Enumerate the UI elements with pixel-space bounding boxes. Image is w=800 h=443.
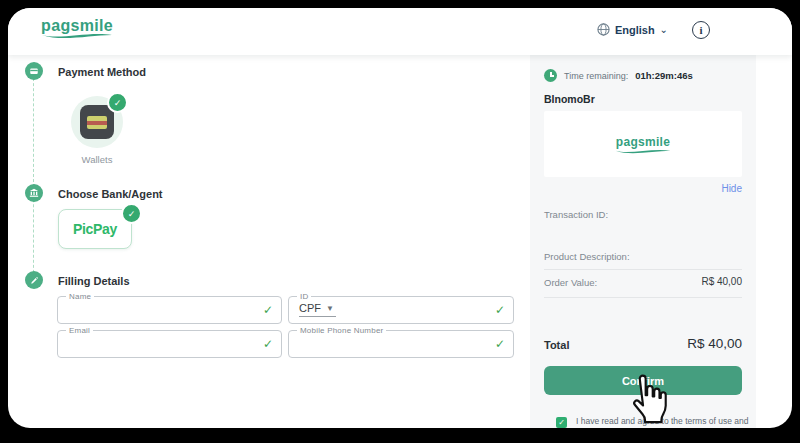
- divider: [544, 269, 742, 270]
- step3-indicator: [25, 271, 43, 289]
- payment-method-wallets[interactable]: ✓ Wallets: [71, 96, 123, 165]
- language-selector[interactable]: English ⌄: [597, 23, 668, 36]
- mobile-phone-input[interactable]: [297, 333, 491, 355]
- order-value-label: Order Value:: [544, 277, 597, 288]
- globe-icon: [597, 23, 610, 36]
- wallets-label: Wallets: [71, 154, 123, 165]
- info-button[interactable]: i: [692, 21, 710, 39]
- chevron-down-icon: ⌄: [660, 26, 668, 34]
- clock-icon: [544, 69, 557, 82]
- info-icon: i: [699, 24, 702, 36]
- pencil-icon: [30, 276, 39, 285]
- check-icon: ✓: [121, 203, 142, 224]
- step1-indicator: [25, 62, 43, 80]
- step3-label: Filling Details: [58, 275, 130, 287]
- bank-agent-picpay[interactable]: PicPay ✓: [58, 209, 132, 249]
- email-field: Email ✓: [57, 330, 282, 358]
- pagsmile-logo-small: pagsmile: [614, 134, 672, 155]
- valid-check-icon: ✓: [495, 337, 505, 351]
- step2-indicator: [25, 184, 43, 202]
- logo-swoosh: [40, 32, 114, 40]
- language-label: English: [615, 24, 655, 36]
- merchant-name: BInomoBr: [544, 93, 595, 105]
- id-field-label: ID: [297, 292, 311, 301]
- picpay-logo: PicPay: [73, 221, 117, 237]
- order-value: R$ 40,00: [701, 276, 742, 287]
- name-input[interactable]: [66, 299, 259, 321]
- select-arrow-icon: ▼: [326, 304, 334, 313]
- wallet-icon: [80, 105, 114, 139]
- mobile-phone-field: Mobile Phone Number ✓: [288, 330, 514, 358]
- step1-label: Payment Method: [58, 66, 146, 78]
- divider: [544, 297, 742, 298]
- order-summary-panel: Time remaining: 01h:29m:46s BInomoBr pag…: [530, 55, 756, 428]
- bank-icon: [29, 188, 39, 198]
- total-value: R$ 40,00: [687, 336, 742, 351]
- header: pagsmile English ⌄ i: [8, 8, 792, 55]
- terms-row: ✓ I have read and agree to the terms of …: [556, 416, 746, 428]
- terms-checkbox[interactable]: ✓: [556, 417, 567, 428]
- time-remaining-label: Time remaining:: [564, 71, 628, 81]
- valid-check-icon: ✓: [263, 303, 273, 317]
- merchant-logo-box: pagsmile: [544, 111, 742, 177]
- id-field: ID CPF ▼ ✓: [288, 296, 514, 324]
- transaction-id-label: Transaction ID:: [544, 209, 608, 220]
- stepper-line: [33, 68, 34, 283]
- checkout-card: pagsmile English ⌄ i Payment Method: [8, 8, 792, 428]
- terms-text: I have read and agree to the terms of us…: [576, 416, 748, 427]
- id-type-value: CPF: [299, 302, 321, 314]
- total-label: Total: [544, 339, 569, 351]
- product-description-label: Product Description:: [544, 251, 630, 262]
- step2-label: Choose Bank/Agent: [58, 188, 163, 200]
- pagsmile-logo: pagsmile: [40, 18, 114, 40]
- name-field: Name ✓: [57, 296, 282, 324]
- check-icon: ✓: [107, 92, 128, 113]
- id-type-select[interactable]: CPF ▼: [299, 302, 336, 317]
- time-remaining-value: 01h:29m:46s: [635, 70, 693, 81]
- card-icon: [29, 66, 39, 76]
- timer-row: Time remaining: 01h:29m:46s: [544, 69, 693, 82]
- valid-check-icon: ✓: [263, 337, 273, 351]
- confirm-button[interactable]: Confirm: [544, 366, 742, 395]
- logo-swoosh: [614, 148, 672, 155]
- email-input[interactable]: [66, 333, 259, 355]
- valid-check-icon: ✓: [495, 303, 505, 317]
- hide-link[interactable]: Hide: [721, 183, 742, 194]
